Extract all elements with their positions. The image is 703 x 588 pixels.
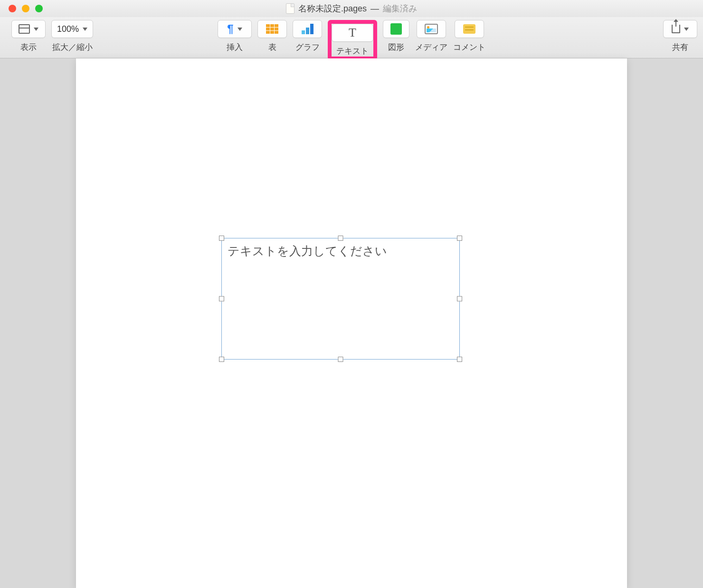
chevron-down-icon [684,28,689,31]
media-label: メディア [415,42,447,53]
workspace: テキストを入力してください [0,58,703,588]
zoom-value: 100% [57,24,79,34]
comment-button[interactable] [455,20,484,38]
chart-label: グラフ [295,42,320,53]
comment-icon [463,24,475,34]
shape-icon [390,23,402,35]
table-button[interactable] [257,20,287,38]
text-button[interactable]: T [332,24,373,42]
table-icon [266,24,278,34]
chevron-down-icon [83,28,87,31]
textbox-placeholder: テキストを入力してください [228,244,387,257]
table-label: 表 [268,42,276,53]
pilcrow-icon: ¶ [227,22,233,36]
view-button[interactable] [11,20,46,38]
share-icon [672,25,680,33]
title-separator: — [370,4,379,14]
chart-button[interactable] [293,20,322,38]
resize-handle-nw[interactable] [219,236,224,241]
resize-handle-se[interactable] [457,357,462,362]
document-status: 編集済み [383,3,417,14]
text-button-highlight: T テキスト [328,20,377,60]
resize-handle-n[interactable] [338,236,343,241]
document-page[interactable]: テキストを入力してください [76,58,627,588]
toolbar: 表示 100% 拡大／縮小 ¶ 挿入 表 [0,17,703,58]
media-icon [425,24,438,34]
resize-handle-s[interactable] [338,357,343,362]
zoom-button[interactable]: 100% [51,20,93,38]
fullscreen-button[interactable] [35,5,43,12]
window-title: 名称未設定.pages — 編集済み [286,3,417,14]
share-button[interactable] [663,20,697,38]
titlebar: 名称未設定.pages — 編集済み [0,0,703,17]
view-icon [19,24,30,34]
insert-label: 挿入 [227,42,243,53]
minimize-button[interactable] [22,5,29,12]
resize-handle-ne[interactable] [457,236,462,241]
insert-button[interactable]: ¶ [218,20,252,38]
share-label: 共有 [672,42,688,53]
view-label: 表示 [20,42,37,53]
document-icon [286,3,294,14]
comment-label: コメント [453,42,485,53]
resize-handle-e[interactable] [457,296,462,302]
media-button[interactable] [417,20,446,38]
close-button[interactable] [9,5,16,12]
text-icon: T [349,26,356,40]
chevron-down-icon [34,28,38,31]
shape-button[interactable] [383,20,409,38]
zoom-label: 拡大／縮小 [52,42,93,53]
shape-label: 図形 [388,42,404,53]
chevron-down-icon [238,28,242,31]
document-title: 名称未設定.pages [298,3,367,14]
text-label: テキスト [336,46,369,57]
traffic-lights [0,5,43,12]
resize-handle-sw[interactable] [219,357,224,362]
chart-icon [302,24,314,34]
text-box[interactable]: テキストを入力してください [221,238,460,360]
resize-handle-w[interactable] [219,296,224,302]
